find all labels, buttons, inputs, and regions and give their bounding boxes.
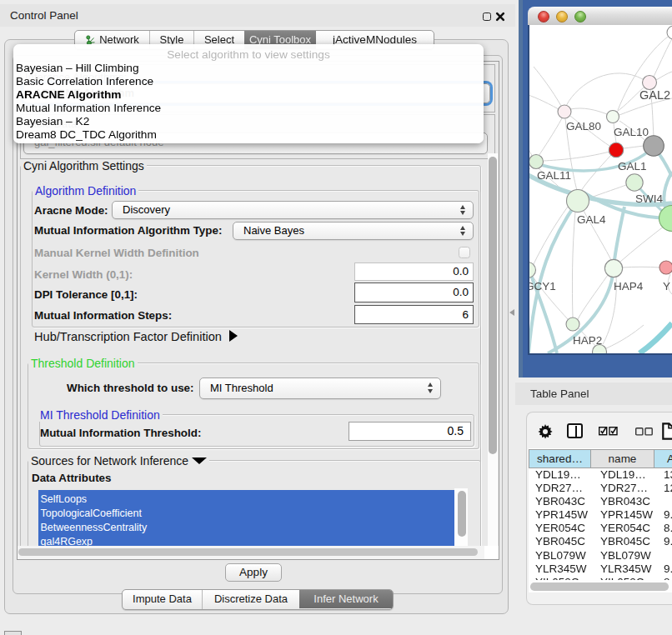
svg-text:HAP2: HAP2 <box>573 334 602 347</box>
svg-text:Y: Y <box>663 280 670 292</box>
svg-text:SWI4: SWI4 <box>635 192 663 205</box>
svg-text:GAL11: GAL11 <box>537 169 571 182</box>
svg-text:HAP4: HAP4 <box>614 280 644 292</box>
svg-text:GAL10: GAL10 <box>614 126 649 138</box>
svg-text:GAL80: GAL80 <box>566 120 601 132</box>
svg-text:GAL2: GAL2 <box>639 88 670 102</box>
svg-text:GAL4: GAL4 <box>577 213 606 226</box>
svg-text:GAL1: GAL1 <box>618 160 647 172</box>
svg-text:GCY1: GCY1 <box>529 280 556 292</box>
